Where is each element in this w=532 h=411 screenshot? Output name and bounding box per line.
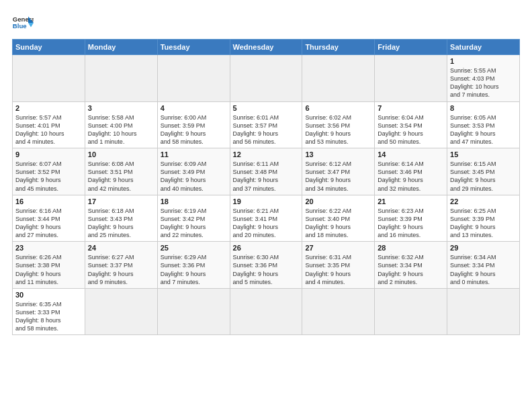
weekday-header-sunday: Sunday: [13, 40, 85, 55]
day-number: 1: [450, 57, 517, 65]
day-number: 10: [88, 150, 154, 158]
day-number: 25: [161, 244, 227, 252]
day-info: Sunrise: 6:21 AMSunset: 3:41 PMDaylight:…: [233, 207, 300, 240]
calendar-cell: 14Sunrise: 6:14 AMSunset: 3:46 PMDayligh…: [375, 148, 447, 195]
day-info: Sunrise: 6:35 AMSunset: 3:33 PMDaylight:…: [15, 300, 82, 333]
day-info: Sunrise: 6:11 AMSunset: 3:48 PMDaylight:…: [233, 160, 300, 193]
day-number: 27: [305, 244, 371, 252]
weekday-header-saturday: Saturday: [447, 40, 520, 55]
calendar-cell: [85, 55, 157, 102]
calendar-cell: 4Sunrise: 6:00 AMSunset: 3:59 PMDaylight…: [157, 101, 230, 148]
day-info: Sunrise: 6:26 AMSunset: 3:38 PMDaylight:…: [15, 253, 82, 286]
calendar-cell: 11Sunrise: 6:09 AMSunset: 3:49 PMDayligh…: [157, 148, 230, 195]
calendar-cell: 5Sunrise: 6:01 AMSunset: 3:57 PMDaylight…: [230, 101, 302, 148]
calendar-cell: 6Sunrise: 6:02 AMSunset: 3:56 PMDaylight…: [302, 101, 375, 148]
day-number: 17: [88, 197, 154, 205]
calendar-cell: 9Sunrise: 6:07 AMSunset: 3:52 PMDaylight…: [13, 148, 85, 195]
weekday-header-tuesday: Tuesday: [157, 40, 230, 55]
calendar-cell: [157, 288, 230, 335]
calendar-cell: 30Sunrise: 6:35 AMSunset: 3:33 PMDayligh…: [13, 288, 85, 335]
day-info: Sunrise: 6:32 AMSunset: 3:34 PMDaylight:…: [378, 253, 444, 286]
svg-text:Blue: Blue: [13, 22, 27, 30]
day-number: 3: [88, 104, 154, 112]
day-info: Sunrise: 6:34 AMSunset: 3:34 PMDaylight:…: [450, 253, 517, 286]
day-number: 29: [450, 244, 517, 252]
day-number: 6: [305, 104, 371, 112]
calendar-cell: 28Sunrise: 6:32 AMSunset: 3:34 PMDayligh…: [375, 242, 447, 289]
calendar-cell: 16Sunrise: 6:16 AMSunset: 3:44 PMDayligh…: [13, 195, 85, 242]
day-info: Sunrise: 6:23 AMSunset: 3:39 PMDaylight:…: [378, 207, 444, 240]
day-number: 2: [15, 104, 82, 112]
day-info: Sunrise: 6:31 AMSunset: 3:35 PMDaylight:…: [305, 253, 371, 286]
day-number: 21: [378, 197, 444, 205]
calendar-cell: [157, 55, 230, 102]
calendar-cell: 18Sunrise: 6:19 AMSunset: 3:42 PMDayligh…: [157, 195, 230, 242]
day-number: 28: [378, 244, 444, 252]
calendar-cell: [230, 55, 302, 102]
calendar-cell: [85, 288, 157, 335]
calendar-cell: 10Sunrise: 6:08 AMSunset: 3:51 PMDayligh…: [85, 148, 157, 195]
weekday-header-thursday: Thursday: [302, 40, 375, 55]
day-number: 4: [161, 104, 227, 112]
day-number: 7: [378, 104, 444, 112]
calendar-cell: 22Sunrise: 6:25 AMSunset: 3:39 PMDayligh…: [447, 195, 520, 242]
logo: General Blue: [12, 12, 34, 34]
day-info: Sunrise: 6:09 AMSunset: 3:49 PMDaylight:…: [161, 160, 227, 193]
weekday-header-wednesday: Wednesday: [230, 40, 302, 55]
calendar-cell: 8Sunrise: 6:05 AMSunset: 3:53 PMDaylight…: [447, 101, 520, 148]
day-info: Sunrise: 6:14 AMSunset: 3:46 PMDaylight:…: [378, 160, 444, 193]
calendar-cell: [447, 288, 520, 335]
day-info: Sunrise: 6:18 AMSunset: 3:43 PMDaylight:…: [88, 207, 154, 240]
day-info: Sunrise: 6:16 AMSunset: 3:44 PMDaylight:…: [15, 207, 82, 240]
calendar-cell: 7Sunrise: 6:04 AMSunset: 3:54 PMDaylight…: [375, 101, 447, 148]
calendar-cell: [302, 55, 375, 102]
day-number: 20: [305, 197, 371, 205]
weekday-header-monday: Monday: [85, 40, 157, 55]
calendar-cell: 23Sunrise: 6:26 AMSunset: 3:38 PMDayligh…: [13, 242, 85, 289]
day-number: 8: [450, 104, 517, 112]
day-number: 18: [161, 197, 227, 205]
day-number: 26: [233, 244, 300, 252]
day-info: Sunrise: 6:15 AMSunset: 3:45 PMDaylight:…: [450, 160, 517, 193]
day-number: 11: [161, 150, 227, 158]
day-info: Sunrise: 6:29 AMSunset: 3:36 PMDaylight:…: [161, 253, 227, 286]
day-number: 30: [15, 291, 82, 299]
calendar-cell: 27Sunrise: 6:31 AMSunset: 3:35 PMDayligh…: [302, 242, 375, 289]
day-number: 15: [450, 150, 517, 158]
day-number: 19: [233, 197, 300, 205]
calendar-cell: [375, 55, 447, 102]
calendar-cell: 20Sunrise: 6:22 AMSunset: 3:40 PMDayligh…: [302, 195, 375, 242]
page-header: General Blue: [12, 12, 520, 34]
day-info: Sunrise: 6:04 AMSunset: 3:54 PMDaylight:…: [378, 113, 444, 146]
day-info: Sunrise: 6:00 AMSunset: 3:59 PMDaylight:…: [161, 113, 227, 146]
calendar-cell: 21Sunrise: 6:23 AMSunset: 3:39 PMDayligh…: [375, 195, 447, 242]
calendar-cell: [13, 55, 85, 102]
calendar-cell: 3Sunrise: 5:58 AMSunset: 4:00 PMDaylight…: [85, 101, 157, 148]
calendar-cell: 2Sunrise: 5:57 AMSunset: 4:01 PMDaylight…: [13, 101, 85, 148]
calendar-cell: 25Sunrise: 6:29 AMSunset: 3:36 PMDayligh…: [157, 242, 230, 289]
day-info: Sunrise: 6:22 AMSunset: 3:40 PMDaylight:…: [305, 207, 371, 240]
svg-marker-3: [28, 23, 34, 27]
day-number: 12: [233, 150, 300, 158]
calendar-cell: [230, 288, 302, 335]
calendar-cell: 29Sunrise: 6:34 AMSunset: 3:34 PMDayligh…: [447, 242, 520, 289]
day-number: 13: [305, 150, 371, 158]
calendar-cell: 26Sunrise: 6:30 AMSunset: 3:36 PMDayligh…: [230, 242, 302, 289]
day-info: Sunrise: 6:05 AMSunset: 3:53 PMDaylight:…: [450, 113, 517, 146]
calendar-cell: 1Sunrise: 5:55 AMSunset: 4:03 PMDaylight…: [447, 55, 520, 102]
calendar-cell: 24Sunrise: 6:27 AMSunset: 3:37 PMDayligh…: [85, 242, 157, 289]
day-number: 14: [378, 150, 444, 158]
day-info: Sunrise: 5:55 AMSunset: 4:03 PMDaylight:…: [450, 66, 517, 99]
day-info: Sunrise: 6:12 AMSunset: 3:47 PMDaylight:…: [305, 160, 371, 193]
day-info: Sunrise: 6:07 AMSunset: 3:52 PMDaylight:…: [15, 160, 82, 193]
day-info: Sunrise: 6:02 AMSunset: 3:56 PMDaylight:…: [305, 113, 371, 146]
day-info: Sunrise: 6:19 AMSunset: 3:42 PMDaylight:…: [161, 207, 227, 240]
day-info: Sunrise: 6:27 AMSunset: 3:37 PMDaylight:…: [88, 253, 154, 286]
day-number: 9: [15, 150, 82, 158]
day-number: 23: [15, 244, 82, 252]
logo-icon: General Blue: [12, 12, 34, 34]
calendar-cell: 17Sunrise: 6:18 AMSunset: 3:43 PMDayligh…: [85, 195, 157, 242]
day-info: Sunrise: 6:01 AMSunset: 3:57 PMDaylight:…: [233, 113, 300, 146]
calendar-cell: [375, 288, 447, 335]
calendar-cell: 19Sunrise: 6:21 AMSunset: 3:41 PMDayligh…: [230, 195, 302, 242]
